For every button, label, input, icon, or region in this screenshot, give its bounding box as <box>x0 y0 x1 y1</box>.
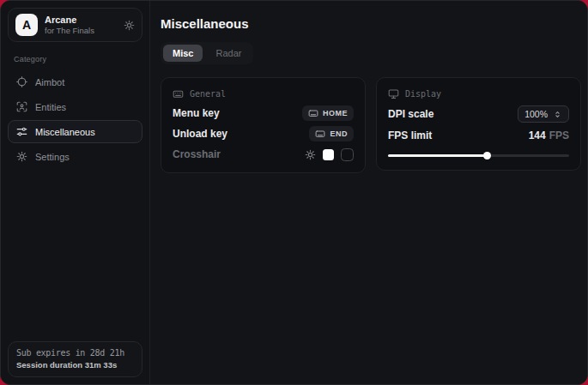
sidebar-item-aimbot[interactable]: Aimbot <box>8 70 142 93</box>
chevrons-up-down-icon <box>553 110 562 119</box>
keyboard-icon <box>308 108 318 118</box>
gear-icon <box>16 151 27 162</box>
unload-key-row: Unload key END <box>173 126 354 141</box>
dpi-scale-label: DPI scale <box>388 108 433 120</box>
general-card-header: General <box>173 87 354 100</box>
sidebar-item-entities[interactable]: Entities <box>8 95 142 118</box>
scan-icon <box>16 101 27 112</box>
brand-name: Arcane <box>45 15 94 25</box>
menu-key-bind-button[interactable]: HOME <box>302 105 354 121</box>
brand-logo: A <box>15 14 38 36</box>
unload-key-value: END <box>330 129 348 138</box>
sidebar: A Arcane for The Finals Category <box>1 1 150 384</box>
session-duration-text: Session duration 31m 33s <box>16 360 134 370</box>
display-card-header: Display <box>388 87 569 100</box>
subscription-card: Sub expires in 28d 21h Session duration … <box>8 341 142 377</box>
menu-key-label: Menu key <box>173 107 220 119</box>
fps-limit-value: 144 FPS <box>529 129 569 141</box>
dpi-scale-row: DPI scale 100% <box>388 105 569 123</box>
fps-limit-row: FPS limit 144 FPS <box>388 128 569 143</box>
gear-icon[interactable] <box>124 20 135 31</box>
display-card-title: Display <box>405 89 441 99</box>
fps-unit: FPS <box>549 129 569 141</box>
category-label: Category <box>14 55 136 63</box>
display-card: Display DPI scale 100% FPS limit <box>376 77 581 171</box>
keyboard-icon <box>315 129 325 139</box>
slider-fill <box>388 154 488 157</box>
unload-key-label: Unload key <box>173 128 227 140</box>
fps-limit-slider[interactable] <box>388 151 569 159</box>
sidebar-item-label: Miscellaneous <box>35 127 95 137</box>
fps-number: 144 <box>529 129 546 141</box>
sidebar-item-settings[interactable]: Settings <box>8 145 142 168</box>
general-card: General Menu key HOME Unload key <box>161 77 366 173</box>
sidebar-item-miscellaneous[interactable]: Miscellaneous <box>8 120 142 143</box>
fps-limit-label: FPS limit <box>388 129 432 141</box>
app-window: A Arcane for The Finals Category <box>0 0 588 385</box>
brand-card: A Arcane for The Finals <box>8 8 142 42</box>
page-title: Miscellaneous <box>161 16 581 31</box>
brand-text: Arcane for The Finals <box>45 15 94 35</box>
crosshair-icon <box>16 76 27 87</box>
sliders-icon <box>16 126 27 137</box>
sidebar-item-label: Aimbot <box>35 77 64 87</box>
sidebar-item-label: Entities <box>35 102 66 112</box>
keyboard-icon <box>173 88 184 99</box>
crosshair-label: Crosshair <box>173 148 221 160</box>
crosshair-checkbox[interactable] <box>341 148 354 161</box>
dpi-scale-select[interactable]: 100% <box>518 105 569 123</box>
tablist: Misc Radar <box>161 42 253 64</box>
dpi-scale-value: 100% <box>524 109 548 119</box>
menu-key-value: HOME <box>323 109 348 117</box>
monitor-icon <box>388 88 399 99</box>
sidebar-item-label: Settings <box>35 152 70 162</box>
tab-misc[interactable]: Misc <box>163 45 203 62</box>
crosshair-row: Crosshair <box>173 147 354 162</box>
tab-radar[interactable]: Radar <box>206 45 251 62</box>
cards-row: General Menu key HOME Unload key <box>161 77 581 173</box>
menu-key-row: Menu key HOME <box>173 105 354 121</box>
brand-subtitle: for The Finals <box>45 26 94 35</box>
sidebar-nav: Aimbot Entities <box>8 69 142 169</box>
crosshair-color-swatch[interactable] <box>323 149 334 160</box>
slider-thumb[interactable] <box>483 152 491 159</box>
unload-key-bind-button[interactable]: END <box>309 126 354 141</box>
crosshair-controls <box>305 148 354 161</box>
gear-icon[interactable] <box>305 149 316 160</box>
general-card-title: General <box>190 89 226 99</box>
main-content: Miscellaneous Misc Radar General <box>150 1 588 384</box>
sub-expires-text: Sub expires in 28d 21h <box>16 348 134 358</box>
